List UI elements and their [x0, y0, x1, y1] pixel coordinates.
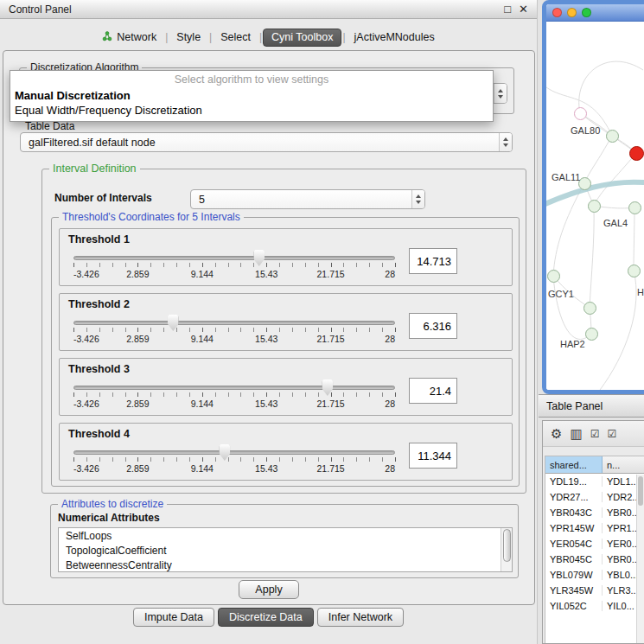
list-item[interactable]: SelfLoops	[59, 528, 512, 543]
network-canvas[interactable]: GAL80GAL11GAL4GCY1HHAP2	[546, 22, 644, 390]
tick-label: 28	[385, 269, 395, 279]
dropdown-option[interactable]: Manual Discretization	[10, 88, 493, 103]
network-node-h[interactable]	[628, 265, 641, 277]
threshold-value-field[interactable]: 14.713	[409, 248, 457, 274]
network-node[interactable]	[583, 302, 596, 315]
table-body: YDL19...YDL1...YDR27...YDR2...YBR043CYBR…	[545, 474, 644, 614]
threshold-value-field[interactable]: 6.316	[409, 313, 457, 339]
table-row[interactable]: YLR345WYLR3...	[545, 583, 644, 598]
zoom-button[interactable]	[582, 8, 591, 17]
stepper-icon[interactable]	[499, 133, 512, 151]
tab-network[interactable]: Network	[94, 29, 164, 47]
tab-separator: |	[342, 31, 345, 43]
gear-icon[interactable]: ⚙	[551, 427, 562, 440]
interval-definition-title: Interval Definition	[49, 163, 140, 175]
threshold-slider[interactable]: -3.4262.8599.14415.4321.71528	[73, 248, 395, 281]
table-row[interactable]: YBR045CYBR0...	[545, 552, 644, 567]
tick-label: 15.43	[255, 269, 277, 279]
major-tick	[73, 328, 74, 332]
tick-label: -3.426	[73, 269, 99, 279]
table-row[interactable]: YER054CYER0...	[545, 536, 644, 552]
threshold-value-field[interactable]: 21.4	[409, 378, 457, 404]
major-tick	[266, 328, 267, 332]
threshold-value-field[interactable]: 11.344	[409, 443, 457, 469]
column-header[interactable]: shared...	[545, 456, 603, 473]
column-header[interactable]: n...	[603, 456, 644, 473]
checkbox-icon[interactable]: ☑	[590, 429, 600, 439]
slider-track[interactable]	[73, 450, 395, 455]
threshold-panel: Threshold 2-3.4262.8599.14415.4321.71528…	[59, 293, 513, 351]
threshold-row: -3.4262.8599.14415.4321.715286.316	[68, 313, 503, 346]
list-item[interactable]: TopologicalCoefficient	[59, 543, 512, 558]
scrollbar-thumb[interactable]	[503, 529, 511, 562]
slider-ticks	[73, 263, 395, 267]
table-cell: YER054C	[545, 539, 603, 549]
close-button[interactable]	[552, 8, 562, 17]
major-tick	[73, 457, 74, 462]
number-of-intervals-combobox[interactable]: 5	[190, 189, 425, 209]
stepper-icon[interactable]	[494, 84, 507, 103]
top-tab-bar: Network|Style|Select|Cyni Toolbox|jActiv…	[0, 27, 537, 48]
tab-discretize-data[interactable]: Discretize Data	[218, 608, 314, 627]
attributes-scrollbar[interactable]	[501, 528, 512, 571]
columns-icon[interactable]: ▥	[570, 427, 582, 440]
slider-track[interactable]	[73, 386, 395, 390]
network-node-gcy1[interactable]	[547, 270, 560, 283]
table-row[interactable]: YPR145WYPR1...	[545, 520, 644, 536]
table-data-combobox[interactable]: galFiltered.sif default node	[20, 132, 513, 152]
checkbox-icon[interactable]: ☑	[607, 429, 616, 439]
tab-select[interactable]: Select	[213, 29, 258, 47]
network-node-gal80[interactable]	[606, 130, 619, 143]
threshold-slider[interactable]: -3.4262.8599.14415.4321.71528	[73, 378, 395, 411]
table-row[interactable]: YIL052CYIL0...	[545, 598, 644, 614]
table-cell: YLR345W	[545, 585, 603, 596]
tick-label: 2.859	[126, 334, 149, 344]
bottom-tab-bar: Impute DataDiscretize DataInfer Network	[0, 608, 537, 627]
tab-cyni-toolbox[interactable]: Cyni Toolbox	[263, 29, 341, 47]
list-item[interactable]: BetweennessCentrality	[59, 558, 512, 572]
threshold-slider[interactable]: -3.4262.8599.14415.4321.71528	[73, 313, 395, 346]
control-panel-window: Control Panel □ ✕ Network|Style|Select|C…	[0, 0, 538, 644]
table-panel-header[interactable]: Table Panel	[539, 394, 644, 418]
tick-label: -3.426	[73, 399, 99, 409]
table-row[interactable]: YBR043CYBR0...	[545, 505, 644, 520]
slider-track[interactable]	[73, 256, 395, 260]
close-icon[interactable]: ✕	[519, 3, 528, 16]
table-scrollbar[interactable]	[636, 475, 644, 643]
window-title: Control Panel	[9, 3, 72, 16]
stepper-icon[interactable]	[411, 190, 424, 208]
tick-label: 15.43	[255, 334, 277, 344]
network-node-gal4[interactable]	[588, 200, 601, 213]
table-row[interactable]: YDR27...YDR2...	[545, 489, 644, 505]
table-cell: YPR145W	[545, 523, 603, 533]
attribute-items: SelfLoopsTopologicalCoefficientBetweenne…	[59, 528, 512, 572]
major-tick	[202, 328, 203, 332]
tab-style[interactable]: Style	[169, 29, 208, 47]
numerical-attributes-label: Numerical Attributes	[58, 512, 160, 524]
dropdown-option[interactable]: Equal Width/Frequency Discretization	[10, 103, 493, 118]
tab-infer-network[interactable]: Infer Network	[317, 608, 404, 627]
table-row[interactable]: YDL19...YDL1...	[545, 474, 644, 489]
scrollbar-thumb[interactable]	[638, 476, 643, 506]
numerical-attributes-list[interactable]: SelfLoopsTopologicalCoefficientBetweenne…	[58, 527, 513, 572]
slider-scale: -3.4262.8599.14415.4321.71528	[73, 463, 395, 474]
tab-label: Cyni Toolbox	[271, 31, 333, 43]
screen: Control Panel □ ✕ Network|Style|Select|C…	[0, 0, 644, 644]
algorithm-dropdown-popup: Select algorithm to view settings Manual…	[10, 70, 494, 122]
minimize-button[interactable]	[567, 8, 577, 17]
tab-jactivemnodules[interactable]: jActiveMNodules	[347, 29, 443, 47]
node-label: HAP2	[560, 339, 585, 349]
minimize-icon[interactable]: □	[504, 3, 511, 16]
node-label: GAL80	[571, 125, 600, 136]
node-label: H	[637, 287, 644, 297]
tab-impute-data[interactable]: Impute Data	[133, 608, 214, 627]
slider-track[interactable]	[73, 321, 395, 325]
network-node[interactable]	[628, 201, 641, 214]
table-row[interactable]: YBL079WYBL0...	[545, 567, 644, 583]
network-node[interactable]	[629, 146, 644, 161]
network-node[interactable]	[574, 107, 587, 120]
apply-button[interactable]: Apply	[239, 580, 299, 599]
slider-scale: -3.4262.8599.14415.4321.71528	[73, 269, 395, 279]
network-node-hap2[interactable]	[585, 328, 598, 341]
threshold-slider[interactable]: -3.4262.8599.14415.4321.71528	[73, 443, 395, 475]
